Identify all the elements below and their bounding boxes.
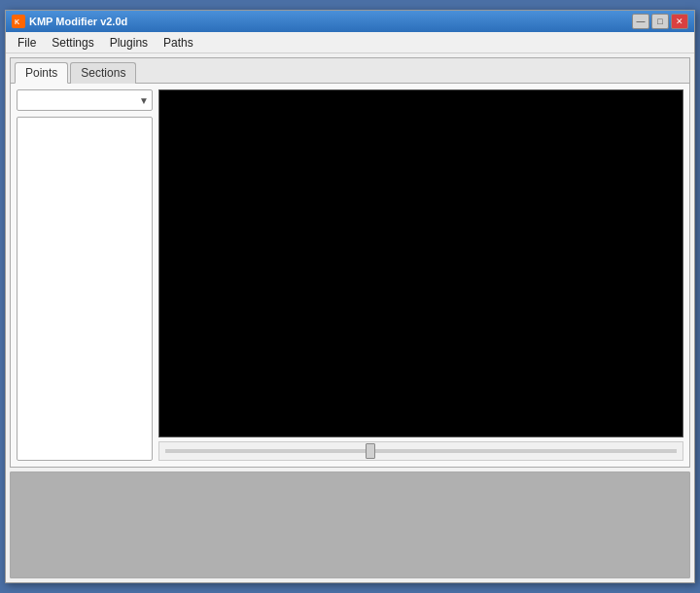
- bottom-panel: [10, 471, 690, 578]
- tab-sections[interactable]: Sections: [70, 62, 136, 84]
- svg-text:K: K: [15, 18, 19, 25]
- right-panel: [158, 89, 683, 461]
- video-display: [158, 89, 683, 437]
- points-dropdown[interactable]: [17, 89, 153, 111]
- tab-container: Points Sections ▼: [10, 57, 690, 468]
- menubar: File Settings Plugins Paths: [6, 32, 694, 53]
- timeline-slider[interactable]: [165, 449, 677, 453]
- titlebar: K KMP Modifier v2.0d — □ ✕: [6, 11, 694, 32]
- maximize-button[interactable]: □: [651, 14, 669, 29]
- menu-settings[interactable]: Settings: [44, 34, 101, 52]
- window-title: KMP Modifier v2.0d: [29, 16, 127, 27]
- menu-file[interactable]: File: [10, 34, 44, 52]
- content-area: Points Sections ▼: [6, 53, 694, 582]
- titlebar-controls: — □ ✕: [632, 14, 688, 29]
- tab-points[interactable]: Points: [15, 62, 68, 84]
- dropdown-wrapper: ▼: [17, 89, 153, 111]
- slider-container: [158, 441, 683, 461]
- tab-bar: Points Sections: [11, 58, 689, 84]
- close-button[interactable]: ✕: [671, 14, 688, 29]
- main-window: K KMP Modifier v2.0d — □ ✕ File Settings…: [5, 10, 695, 583]
- titlebar-left: K KMP Modifier v2.0d: [12, 15, 127, 28]
- menu-paths[interactable]: Paths: [156, 34, 201, 52]
- left-panel: ▼: [17, 89, 153, 461]
- menu-plugins[interactable]: Plugins: [102, 34, 156, 52]
- tab-content: ▼: [11, 84, 689, 467]
- minimize-button[interactable]: —: [632, 14, 649, 29]
- app-icon: K: [12, 15, 25, 28]
- points-listbox[interactable]: [17, 117, 153, 461]
